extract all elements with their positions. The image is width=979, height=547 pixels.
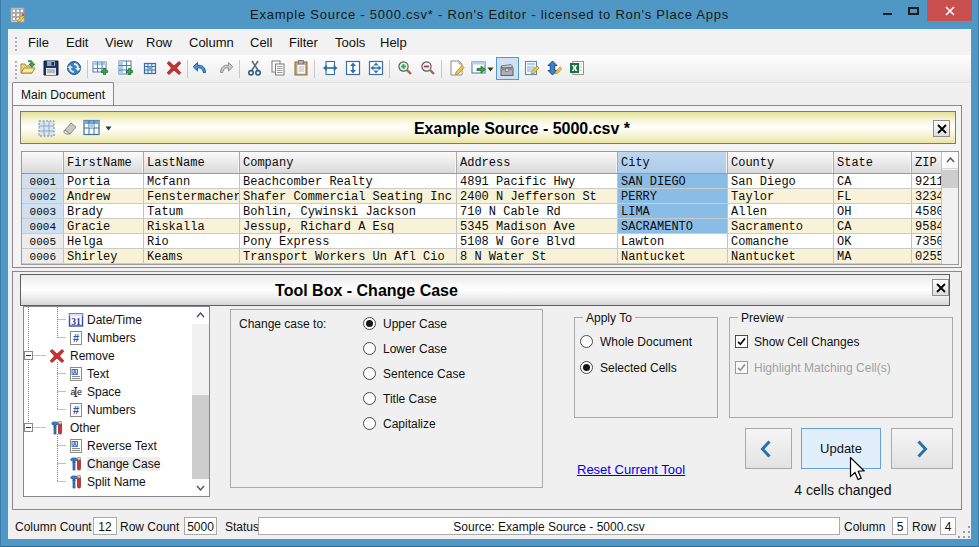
svg-text:A: A xyxy=(73,369,77,375)
svg-text:a: a xyxy=(71,387,76,397)
svg-text:31: 31 xyxy=(71,317,81,327)
svg-text:A: A xyxy=(73,441,77,447)
svg-text:#: # xyxy=(73,332,79,344)
svg-text:e: e xyxy=(77,387,82,397)
svg-text:#: # xyxy=(73,404,79,416)
